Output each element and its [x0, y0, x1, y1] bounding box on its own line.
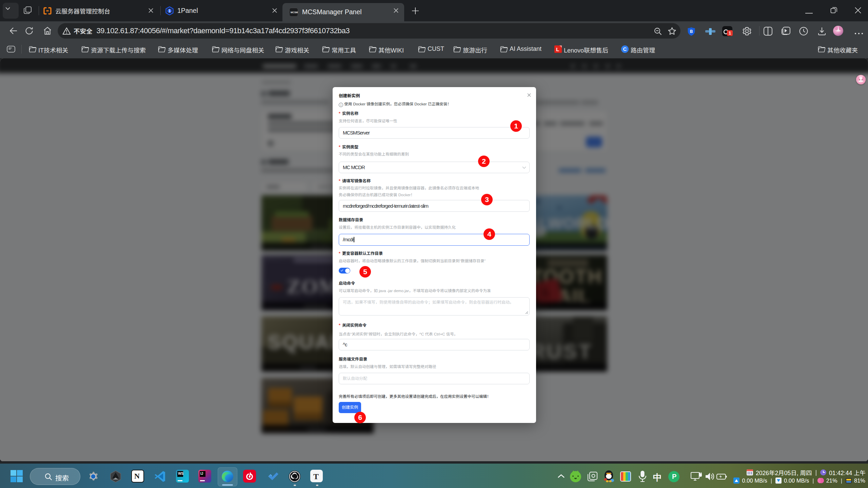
svg-text:B: B — [690, 29, 693, 34]
svg-text:1: 1 — [169, 9, 171, 13]
